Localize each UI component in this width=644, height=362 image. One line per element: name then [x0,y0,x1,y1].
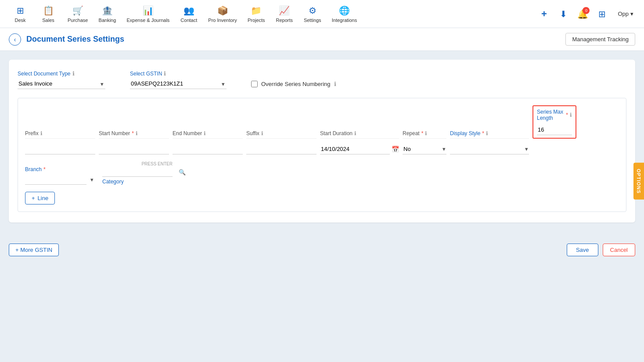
nav-banking-label: Banking [99,18,116,23]
start-duration-info-icon[interactable]: ℹ [354,130,356,136]
display-style-select[interactable] [450,144,529,154]
override-row: Override Series Numbering ℹ [251,81,336,89]
document-type-select[interactable]: Sales Invoice [18,79,105,89]
nav-settings[interactable]: ⚙ Settings [299,3,326,25]
display-style-cell: ▾ [450,144,529,154]
document-type-info-icon[interactable]: ℹ [72,70,75,77]
repeat-select[interactable]: No Yes [403,144,446,154]
user-menu-button[interactable]: Opp ▾ [614,9,637,19]
start-number-cell [99,144,169,154]
content-area: Select Document Type ℹ Sales Invoice ▾ S… [0,51,644,238]
category-label: Category [102,179,173,185]
add-line-label: Line [38,195,49,201]
add-line-button[interactable]: + Line [25,192,55,204]
user-chevron-icon: ▾ [630,11,633,17]
gstin-select-wrapper: 09ASEPQ2123K1Z1 ▾ [130,79,227,89]
nav-items: ⊞ Desk 📋 Sales 🛒 Purchase 🏦 Banking 📊 Ex… [7,3,537,25]
nav-pro-inventory[interactable]: 📦 Pro Inventory [204,3,241,25]
end-number-info-icon[interactable]: ℹ [204,130,206,136]
col-prefix-header: Prefix ℹ [25,130,95,139]
page-header-left: ‹ Document Series Settings [9,33,124,46]
category-cell: PRESS ENTER 🔍 Category [102,161,173,185]
calendar-icon[interactable]: 📅 [392,146,399,153]
nav-sales-label: Sales [42,18,54,23]
grid-view-button[interactable]: ⊞ [595,7,609,21]
series-max-length-info-icon[interactable]: ℹ [570,112,572,118]
settings-icon: ⚙ [309,5,317,16]
start-duration-input[interactable] [320,144,390,154]
branch-label: Branch* [25,166,95,172]
end-number-input[interactable] [173,144,243,154]
gstin-info-icon[interactable]: ℹ [164,70,166,77]
download-button[interactable]: ⬇ [556,7,570,21]
document-type-label: Select Document Type ℹ [18,70,105,77]
nav-integrations[interactable]: 🌐 Integrations [327,3,361,25]
page-title: Document Series Settings [26,35,124,44]
nav-expense-label: Expense & Journals [126,18,169,23]
page-header: ‹ Document Series Settings Management Tr… [0,28,644,51]
nav-contact[interactable]: 👥 Contact [176,3,202,25]
document-type-select-wrapper: Sales Invoice ▾ [18,79,105,89]
press-enter-hint: PRESS ENTER [102,161,173,166]
plus-icon: + [32,195,35,201]
nav-pro-inventory-label: Pro Inventory [208,18,237,23]
gstin-label: Select GSTIN ℹ [130,70,227,77]
nav-settings-label: Settings [304,18,321,23]
footer-actions: Save Cancel [567,244,635,256]
override-info-icon[interactable]: ℹ [334,81,336,87]
start-number-input[interactable] [99,144,169,154]
nav-contact-label: Contact [180,18,197,23]
back-button[interactable]: ‹ [9,33,21,46]
category-input[interactable] [103,169,177,176]
col-end-number-header: End Number ℹ [173,130,243,139]
col-suffix-header: Suffix ℹ [246,130,317,139]
more-gstin-button[interactable]: + More GSTIN [9,244,59,256]
gstin-group: Select GSTIN ℹ 09ASEPQ2123K1Z1 ▾ [130,70,227,89]
repeat-info-icon[interactable]: ℹ [425,130,427,136]
start-duration-cell: 📅 [320,144,399,154]
nav-desk-label: Desk [14,18,25,23]
integrations-icon: 🌐 [339,5,350,16]
series-max-length-input[interactable] [537,125,572,135]
branch-select[interactable] [25,174,86,185]
form-card: Select Document Type ℹ Sales Invoice ▾ S… [9,60,635,222]
display-style-info-icon[interactable]: ℹ [486,130,488,136]
side-options-tab[interactable]: OPTIONS [633,162,644,200]
nav-desk[interactable]: ⊞ Desk [7,3,33,25]
banking-icon: 🏦 [102,5,113,16]
add-button[interactable]: + [537,7,551,21]
notification-button[interactable]: 🔔 0 [576,7,590,21]
suffix-input[interactable] [246,144,317,154]
grid-header-row: Prefix ℹ Start Number* ℹ End Number ℹ Su… [25,105,619,139]
suffix-info-icon[interactable]: ℹ [261,130,263,136]
notification-badge: 0 [583,7,590,14]
grid-data-row: 📅 No Yes ▾ ▾ [25,144,619,154]
override-label: Override Series Numbering [261,81,331,87]
nav-reports[interactable]: 📈 Reports [271,3,298,25]
nav-right: + ⬇ 🔔 0 ⊞ Opp ▾ [537,7,637,21]
nav-banking[interactable]: 🏦 Banking [94,3,120,25]
save-button[interactable]: Save [567,244,598,256]
top-navigation: ⊞ Desk 📋 Sales 🛒 Purchase 🏦 Banking 📊 Ex… [0,0,644,28]
prefix-info-icon[interactable]: ℹ [40,130,43,136]
nav-expense[interactable]: 📊 Expense & Journals [122,3,174,25]
prefix-input[interactable] [25,144,95,154]
category-search-icon[interactable]: 🔍 [179,169,186,176]
col-start-duration-header: Start Duration ℹ [320,130,399,139]
start-number-info-icon[interactable]: ℹ [136,130,138,136]
nav-sales[interactable]: 📋 Sales [35,3,61,25]
nav-projects-label: Projects [248,18,265,23]
nav-projects[interactable]: 📁 Projects [243,3,270,25]
document-type-group: Select Document Type ℹ Sales Invoice ▾ [18,70,105,89]
contact-icon: 👥 [183,5,194,16]
management-tracking-button[interactable]: Management Tracking [565,33,635,46]
col-repeat-header: Repeat* ℹ [403,130,446,139]
branch-category-row: Branch* ▾ PRESS ENTER 🔍 Category [25,161,619,185]
cancel-button[interactable]: Cancel [603,244,635,256]
override-checkbox[interactable] [251,81,258,87]
nav-purchase[interactable]: 🛒 Purchase [63,3,92,25]
gstin-select[interactable]: 09ASEPQ2123K1Z1 [130,79,227,89]
pro-inventory-icon: 📦 [217,5,228,16]
branch-select-wrapper: ▾ [25,174,95,185]
expense-icon: 📊 [143,5,154,16]
